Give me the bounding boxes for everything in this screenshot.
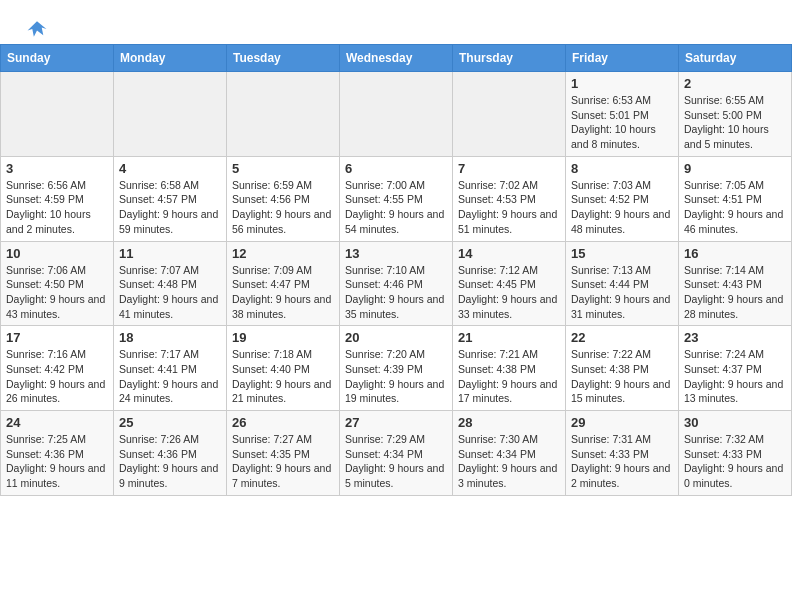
day-number: 26	[232, 415, 334, 430]
day-number: 22	[571, 330, 673, 345]
day-info: Sunrise: 6:59 AMSunset: 4:56 PMDaylight:…	[232, 178, 334, 237]
calendar-cell: 16Sunrise: 7:14 AMSunset: 4:43 PMDayligh…	[679, 241, 792, 326]
calendar-cell: 17Sunrise: 7:16 AMSunset: 4:42 PMDayligh…	[1, 326, 114, 411]
day-info: Sunrise: 7:27 AMSunset: 4:35 PMDaylight:…	[232, 432, 334, 491]
calendar-cell: 20Sunrise: 7:20 AMSunset: 4:39 PMDayligh…	[340, 326, 453, 411]
day-number: 3	[6, 161, 108, 176]
day-info: Sunrise: 7:03 AMSunset: 4:52 PMDaylight:…	[571, 178, 673, 237]
calendar-cell: 18Sunrise: 7:17 AMSunset: 4:41 PMDayligh…	[114, 326, 227, 411]
day-info: Sunrise: 7:12 AMSunset: 4:45 PMDaylight:…	[458, 263, 560, 322]
day-info: Sunrise: 7:16 AMSunset: 4:42 PMDaylight:…	[6, 347, 108, 406]
day-number: 12	[232, 246, 334, 261]
calendar-week-row: 17Sunrise: 7:16 AMSunset: 4:42 PMDayligh…	[1, 326, 792, 411]
day-info: Sunrise: 6:55 AMSunset: 5:00 PMDaylight:…	[684, 93, 786, 152]
weekday-header-saturday: Saturday	[679, 45, 792, 72]
calendar-week-row: 1Sunrise: 6:53 AMSunset: 5:01 PMDaylight…	[1, 72, 792, 157]
calendar-cell: 10Sunrise: 7:06 AMSunset: 4:50 PMDayligh…	[1, 241, 114, 326]
calendar-cell: 4Sunrise: 6:58 AMSunset: 4:57 PMDaylight…	[114, 156, 227, 241]
calendar-cell: 7Sunrise: 7:02 AMSunset: 4:53 PMDaylight…	[453, 156, 566, 241]
day-number: 9	[684, 161, 786, 176]
calendar-header-row: SundayMondayTuesdayWednesdayThursdayFrid…	[1, 45, 792, 72]
day-number: 5	[232, 161, 334, 176]
day-info: Sunrise: 7:17 AMSunset: 4:41 PMDaylight:…	[119, 347, 221, 406]
page-header	[0, 0, 792, 44]
day-info: Sunrise: 7:00 AMSunset: 4:55 PMDaylight:…	[345, 178, 447, 237]
day-info: Sunrise: 7:24 AMSunset: 4:37 PMDaylight:…	[684, 347, 786, 406]
calendar-cell: 6Sunrise: 7:00 AMSunset: 4:55 PMDaylight…	[340, 156, 453, 241]
day-info: Sunrise: 7:05 AMSunset: 4:51 PMDaylight:…	[684, 178, 786, 237]
calendar-table: SundayMondayTuesdayWednesdayThursdayFrid…	[0, 44, 792, 496]
day-number: 2	[684, 76, 786, 91]
day-info: Sunrise: 7:06 AMSunset: 4:50 PMDaylight:…	[6, 263, 108, 322]
calendar-week-row: 24Sunrise: 7:25 AMSunset: 4:36 PMDayligh…	[1, 411, 792, 496]
day-info: Sunrise: 7:02 AMSunset: 4:53 PMDaylight:…	[458, 178, 560, 237]
day-info: Sunrise: 6:53 AMSunset: 5:01 PMDaylight:…	[571, 93, 673, 152]
day-number: 1	[571, 76, 673, 91]
day-number: 24	[6, 415, 108, 430]
day-number: 19	[232, 330, 334, 345]
day-info: Sunrise: 7:29 AMSunset: 4:34 PMDaylight:…	[345, 432, 447, 491]
day-number: 6	[345, 161, 447, 176]
calendar-cell: 5Sunrise: 6:59 AMSunset: 4:56 PMDaylight…	[227, 156, 340, 241]
day-info: Sunrise: 7:32 AMSunset: 4:33 PMDaylight:…	[684, 432, 786, 491]
day-info: Sunrise: 7:20 AMSunset: 4:39 PMDaylight:…	[345, 347, 447, 406]
calendar-cell	[1, 72, 114, 157]
day-number: 8	[571, 161, 673, 176]
calendar-cell: 12Sunrise: 7:09 AMSunset: 4:47 PMDayligh…	[227, 241, 340, 326]
day-number: 10	[6, 246, 108, 261]
day-info: Sunrise: 7:22 AMSunset: 4:38 PMDaylight:…	[571, 347, 673, 406]
day-info: Sunrise: 7:18 AMSunset: 4:40 PMDaylight:…	[232, 347, 334, 406]
weekday-header-monday: Monday	[114, 45, 227, 72]
calendar-cell: 1Sunrise: 6:53 AMSunset: 5:01 PMDaylight…	[566, 72, 679, 157]
day-info: Sunrise: 7:10 AMSunset: 4:46 PMDaylight:…	[345, 263, 447, 322]
calendar-cell: 15Sunrise: 7:13 AMSunset: 4:44 PMDayligh…	[566, 241, 679, 326]
day-number: 4	[119, 161, 221, 176]
weekday-header-tuesday: Tuesday	[227, 45, 340, 72]
calendar-cell: 14Sunrise: 7:12 AMSunset: 4:45 PMDayligh…	[453, 241, 566, 326]
day-number: 7	[458, 161, 560, 176]
day-info: Sunrise: 7:26 AMSunset: 4:36 PMDaylight:…	[119, 432, 221, 491]
day-number: 14	[458, 246, 560, 261]
calendar-cell: 8Sunrise: 7:03 AMSunset: 4:52 PMDaylight…	[566, 156, 679, 241]
day-number: 11	[119, 246, 221, 261]
day-number: 20	[345, 330, 447, 345]
calendar-cell: 19Sunrise: 7:18 AMSunset: 4:40 PMDayligh…	[227, 326, 340, 411]
day-number: 30	[684, 415, 786, 430]
day-info: Sunrise: 7:21 AMSunset: 4:38 PMDaylight:…	[458, 347, 560, 406]
calendar-cell: 27Sunrise: 7:29 AMSunset: 4:34 PMDayligh…	[340, 411, 453, 496]
calendar-cell	[453, 72, 566, 157]
calendar-cell: 21Sunrise: 7:21 AMSunset: 4:38 PMDayligh…	[453, 326, 566, 411]
day-info: Sunrise: 7:31 AMSunset: 4:33 PMDaylight:…	[571, 432, 673, 491]
day-number: 28	[458, 415, 560, 430]
calendar-cell: 11Sunrise: 7:07 AMSunset: 4:48 PMDayligh…	[114, 241, 227, 326]
weekday-header-friday: Friday	[566, 45, 679, 72]
calendar-cell: 3Sunrise: 6:56 AMSunset: 4:59 PMDaylight…	[1, 156, 114, 241]
calendar-cell	[227, 72, 340, 157]
day-number: 21	[458, 330, 560, 345]
day-info: Sunrise: 7:13 AMSunset: 4:44 PMDaylight:…	[571, 263, 673, 322]
calendar-cell: 23Sunrise: 7:24 AMSunset: 4:37 PMDayligh…	[679, 326, 792, 411]
day-info: Sunrise: 6:58 AMSunset: 4:57 PMDaylight:…	[119, 178, 221, 237]
weekday-header-sunday: Sunday	[1, 45, 114, 72]
calendar-cell: 24Sunrise: 7:25 AMSunset: 4:36 PMDayligh…	[1, 411, 114, 496]
day-info: Sunrise: 7:07 AMSunset: 4:48 PMDaylight:…	[119, 263, 221, 322]
day-info: Sunrise: 6:56 AMSunset: 4:59 PMDaylight:…	[6, 178, 108, 237]
svg-marker-0	[28, 21, 47, 37]
day-number: 13	[345, 246, 447, 261]
calendar-cell: 22Sunrise: 7:22 AMSunset: 4:38 PMDayligh…	[566, 326, 679, 411]
day-number: 29	[571, 415, 673, 430]
calendar-cell: 9Sunrise: 7:05 AMSunset: 4:51 PMDaylight…	[679, 156, 792, 241]
calendar-cell	[340, 72, 453, 157]
day-info: Sunrise: 7:30 AMSunset: 4:34 PMDaylight:…	[458, 432, 560, 491]
logo-bird-icon	[26, 18, 48, 40]
day-info: Sunrise: 7:25 AMSunset: 4:36 PMDaylight:…	[6, 432, 108, 491]
day-number: 27	[345, 415, 447, 430]
day-number: 15	[571, 246, 673, 261]
calendar-week-row: 3Sunrise: 6:56 AMSunset: 4:59 PMDaylight…	[1, 156, 792, 241]
logo	[24, 18, 48, 36]
day-number: 16	[684, 246, 786, 261]
day-info: Sunrise: 7:14 AMSunset: 4:43 PMDaylight:…	[684, 263, 786, 322]
calendar-week-row: 10Sunrise: 7:06 AMSunset: 4:50 PMDayligh…	[1, 241, 792, 326]
calendar-cell: 28Sunrise: 7:30 AMSunset: 4:34 PMDayligh…	[453, 411, 566, 496]
weekday-header-thursday: Thursday	[453, 45, 566, 72]
